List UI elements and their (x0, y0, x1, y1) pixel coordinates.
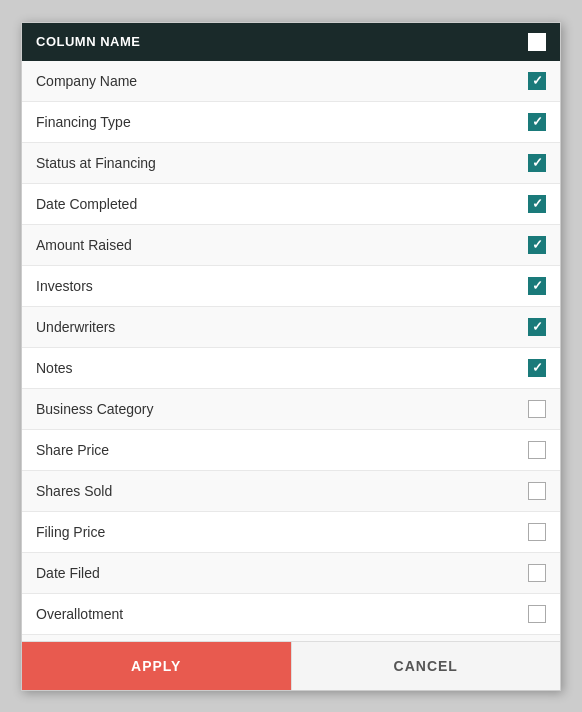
column-row-label: Overallotment (36, 606, 123, 622)
table-row: Filing Price (22, 512, 560, 553)
column-row-checkbox[interactable] (528, 564, 546, 582)
column-row-label: Investors (36, 278, 93, 294)
column-row-label: Company Name (36, 73, 137, 89)
table-row: Investors (22, 266, 560, 307)
column-row-checkbox[interactable] (528, 605, 546, 623)
column-row-label: Filing Price (36, 524, 105, 540)
column-row-checkbox[interactable] (528, 359, 546, 377)
column-row-checkbox[interactable] (528, 318, 546, 336)
table-row: Business Category (22, 389, 560, 430)
table-row: Company Name (22, 61, 560, 102)
column-name-header-label: COLUMN NAME (36, 34, 140, 49)
modal-header: COLUMN NAME (22, 23, 560, 61)
table-row: Amount Raised (22, 225, 560, 266)
column-row-label: Shares Sold (36, 483, 112, 499)
header-checkbox[interactable] (528, 33, 546, 51)
column-row-checkbox[interactable] (528, 72, 546, 90)
column-row-checkbox[interactable] (528, 441, 546, 459)
table-row: Underwriters (22, 307, 560, 348)
column-row-checkbox[interactable] (528, 523, 546, 541)
column-row-checkbox[interactable] (528, 277, 546, 295)
column-row-label: Date Completed (36, 196, 137, 212)
cancel-button[interactable]: CANCEL (291, 642, 561, 690)
modal-footer: APPLY CANCEL (22, 641, 560, 690)
column-row-label: Financing Type (36, 114, 131, 130)
table-row: Share Price (22, 430, 560, 471)
column-row-checkbox[interactable] (528, 236, 546, 254)
column-selector-modal: COLUMN NAME Company NameFinancing TypeSt… (21, 22, 561, 691)
column-row-label: Underwriters (36, 319, 115, 335)
apply-button[interactable]: APPLY (22, 642, 291, 690)
column-row-label: Date Filed (36, 565, 100, 581)
column-row-checkbox[interactable] (528, 113, 546, 131)
table-row: Status at Financing (22, 143, 560, 184)
column-row-checkbox[interactable] (528, 154, 546, 172)
table-row: Shares Sold (22, 471, 560, 512)
table-row: Overallotment (22, 594, 560, 635)
table-row: Date Completed (22, 184, 560, 225)
column-row-checkbox[interactable] (528, 482, 546, 500)
column-row-label: Notes (36, 360, 73, 376)
table-row: Date Filed (22, 553, 560, 594)
column-row-checkbox[interactable] (528, 195, 546, 213)
table-row: Financing Type (22, 102, 560, 143)
table-row: Notes (22, 348, 560, 389)
column-row-label: Status at Financing (36, 155, 156, 171)
column-list: Company NameFinancing TypeStatus at Fina… (22, 61, 560, 641)
column-row-label: Business Category (36, 401, 154, 417)
column-row-label: Share Price (36, 442, 109, 458)
column-row-checkbox[interactable] (528, 400, 546, 418)
column-row-label: Amount Raised (36, 237, 132, 253)
